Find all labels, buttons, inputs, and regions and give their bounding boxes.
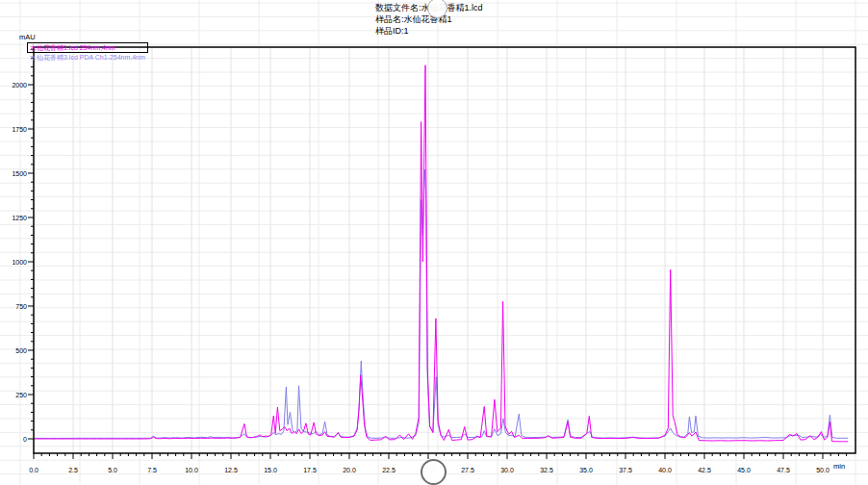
sample-id: 样品ID:1 — [375, 25, 483, 37]
y-axis-unit-label: mAU — [19, 33, 36, 41]
svg-text:7.5: 7.5 — [147, 467, 157, 473]
svg-text:22.5: 22.5 — [382, 467, 396, 473]
svg-text:35.0: 35.0 — [579, 467, 593, 473]
svg-text:15.0: 15.0 — [264, 467, 277, 473]
svg-text:27.5: 27.5 — [461, 467, 474, 473]
svg-text:20.0: 20.0 — [343, 467, 356, 473]
chromatogram-window: { "header": { "line1": "数据文件名:水仙花香精1.lcd… — [0, 0, 868, 485]
annotation-circle-bottom — [421, 459, 447, 485]
svg-text:42.5: 42.5 — [698, 467, 711, 473]
legend-item-trace2[interactable]: 水仙花香精3.lcd PDA Ch1-254nm,4nm — [27, 53, 148, 62]
svg-text:500: 500 — [15, 347, 27, 354]
svg-text:37.5: 37.5 — [619, 467, 632, 473]
svg-text:0: 0 — [23, 436, 27, 443]
svg-text:17.5: 17.5 — [303, 467, 317, 473]
svg-text:40.0: 40.0 — [658, 467, 672, 473]
svg-text:32.5: 32.5 — [540, 467, 553, 473]
svg-text:10.0: 10.0 — [185, 467, 198, 473]
svg-text:45.0: 45.0 — [737, 467, 751, 473]
svg-text:1250: 1250 — [12, 215, 27, 221]
svg-text:47.5: 47.5 — [777, 467, 790, 473]
sample-name: 样品名:水仙花香精1 — [375, 13, 483, 25]
chromatogram-plot[interactable]: 0.02.55.07.510.012.515.017.520.022.525.0… — [0, 0, 868, 485]
x-axis-unit-label: min — [833, 462, 845, 471]
legend-item-trace1[interactable]: 水仙花香精1.lcd 254nm,4nm — [27, 42, 148, 53]
svg-text:2000: 2000 — [12, 82, 27, 89]
svg-text:1000: 1000 — [12, 259, 27, 266]
svg-text:250: 250 — [15, 392, 27, 398]
legend-label-trace2: 水仙花香精3.lcd PDA Ch1-254nm,4nm — [30, 54, 145, 61]
trace-legend: 水仙花香精1.lcd 254nm,4nm 水仙花香精3.lcd PDA Ch1-… — [27, 42, 148, 62]
svg-text:2.5: 2.5 — [68, 467, 78, 473]
svg-text:30.0: 30.0 — [500, 467, 514, 473]
svg-text:1750: 1750 — [12, 126, 27, 133]
svg-text:0.0: 0.0 — [29, 467, 38, 473]
legend-label-trace1: 水仙花香精1.lcd 254nm,4nm — [30, 44, 115, 51]
svg-text:5.0: 5.0 — [108, 467, 117, 473]
svg-text:50.0: 50.0 — [816, 467, 830, 473]
svg-text:1500: 1500 — [12, 170, 27, 177]
svg-text:750: 750 — [15, 303, 27, 310]
svg-text:12.5: 12.5 — [224, 467, 238, 473]
